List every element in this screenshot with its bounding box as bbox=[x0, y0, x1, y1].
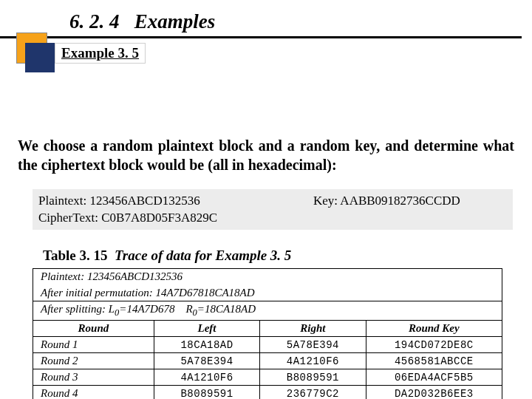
table-caption-title: Trace of data for Example 3. 5 bbox=[115, 248, 291, 263]
col-round: Round bbox=[33, 321, 154, 337]
trace-table: Plaintext: 123456ABCD132536 After initia… bbox=[33, 268, 502, 399]
info-box: Plaintext: 123456ABCD132536 Key: AABB091… bbox=[33, 189, 513, 230]
split-r0: =18CA18AD bbox=[197, 303, 256, 315]
split-prefix: After splitting: L bbox=[41, 303, 115, 315]
row-label: Round 3 bbox=[33, 369, 154, 386]
row-label: Round 2 bbox=[33, 353, 154, 369]
col-roundkey: Round Key bbox=[366, 321, 502, 337]
body-paragraph: We choose a random plaintext block and a… bbox=[18, 136, 514, 174]
row-left: 5A78E394 bbox=[154, 353, 259, 369]
row-key: 194CD072DE8C bbox=[366, 337, 502, 353]
table-row: Round 2 5A78E394 4A1210F6 4568581ABCCE bbox=[33, 353, 502, 369]
example-badge: Example 3. 5 bbox=[55, 43, 146, 64]
table-caption: Table 3. 15 Trace of data for Example 3.… bbox=[43, 248, 532, 264]
row-label: Round 1 bbox=[33, 337, 154, 353]
split-l0: =14A7D678 bbox=[119, 303, 174, 315]
plaintext-line: Plaintext: 123456ABCD132536 bbox=[38, 194, 313, 208]
example-label: Example 3. 5 bbox=[61, 45, 139, 61]
table-row: Round 1 18CA18AD 5A78E394 194CD072DE8C bbox=[33, 337, 502, 353]
section-name: Examples bbox=[134, 10, 216, 33]
col-right: Right bbox=[260, 321, 366, 337]
row-right: 5A78E394 bbox=[260, 337, 366, 353]
col-left: Left bbox=[154, 321, 259, 337]
row-left: 4A1210F6 bbox=[154, 369, 259, 386]
cipher-label: CipherText: bbox=[38, 211, 98, 225]
plaintext-value: 123456ABCD132536 bbox=[89, 194, 200, 208]
row-label: Round 4 bbox=[33, 386, 154, 400]
table-row: Round 3 4A1210F6 B8089591 06EDA4ACF5B5 bbox=[33, 369, 502, 386]
row-left: 18CA18AD bbox=[154, 337, 259, 353]
key-line: Key: AABB09182736CCDD bbox=[313, 194, 505, 208]
row-right: B8089591 bbox=[260, 369, 366, 386]
row-right: 236779C2 bbox=[260, 386, 366, 400]
row-key: 4568581ABCCE bbox=[366, 353, 502, 369]
ciphertext-line: CipherText: C0B7A8D05F3A829C bbox=[38, 211, 505, 225]
split-gap: R bbox=[183, 303, 193, 315]
cipher-value: C0B7A8D05F3A829C bbox=[101, 211, 217, 225]
table-meta-plaintext: Plaintext: 123456ABCD132536 bbox=[33, 269, 502, 285]
table-meta-permutation: After initial permutation: 14A7D67818CA1… bbox=[33, 285, 502, 301]
table-row: Round 4 B8089591 236779C2 DA2D032B6EE3 bbox=[33, 386, 502, 400]
row-key: 06EDA4ACF5B5 bbox=[366, 369, 502, 386]
row-right: 4A1210F6 bbox=[260, 353, 366, 369]
accent-block-blue bbox=[25, 43, 55, 72]
section-number: 6. 2. 4 bbox=[69, 10, 120, 33]
row-key: DA2D032B6EE3 bbox=[366, 386, 502, 400]
plaintext-label: Plaintext: bbox=[38, 194, 86, 208]
table-caption-head: Table 3. 15 bbox=[43, 248, 107, 263]
table-meta-splitting: After splitting: L0=14A7D678 R0=18CA18AD bbox=[33, 301, 502, 321]
row-left: B8089591 bbox=[154, 386, 259, 400]
key-value: AABB09182736CCDD bbox=[340, 194, 460, 208]
header-rule bbox=[0, 36, 522, 38]
table-header-row: Round Left Right Round Key bbox=[33, 321, 502, 337]
section-title: 6. 2. 4 Examples bbox=[69, 10, 215, 33]
key-label: Key: bbox=[313, 194, 338, 208]
slide-header: 6. 2. 4 Examples Example 3. 5 bbox=[0, 0, 532, 62]
